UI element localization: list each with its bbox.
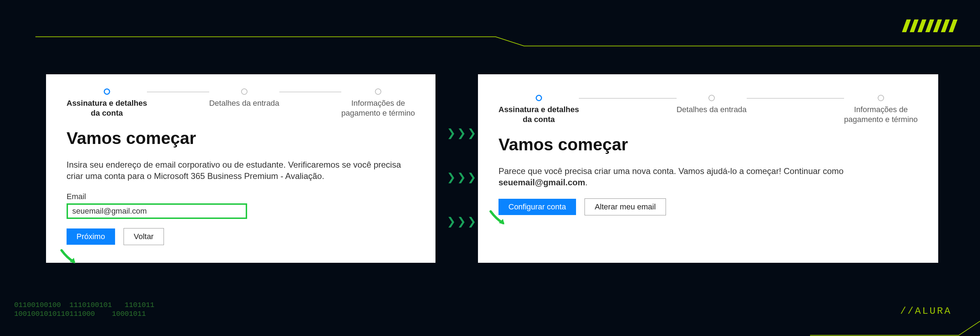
- hash-marks-decor: [904, 19, 955, 32]
- instruction-text: Parece que você precisa criar uma nova c…: [498, 165, 918, 189]
- instruction-text: Insira seu endereço de email corporativo…: [67, 159, 415, 182]
- step-assinatura: Assinatura e detalhes da conta: [498, 95, 579, 124]
- configurar-conta-button[interactable]: Configurar conta: [498, 199, 576, 215]
- step-pagamento: Informações de pagamento e término: [844, 95, 918, 124]
- page-heading: Vamos começar: [67, 128, 415, 148]
- brand-mark: //ALURA: [900, 306, 952, 317]
- voltar-button[interactable]: Voltar: [124, 228, 164, 245]
- progress-stepper: Assinatura e detalhes da conta Detalhes …: [67, 89, 415, 118]
- page-heading: Vamos começar: [498, 135, 918, 154]
- email-label: Email: [67, 192, 415, 201]
- signup-card-step1: Assinatura e detalhes da conta Detalhes …: [46, 74, 436, 263]
- email-input[interactable]: [67, 203, 247, 219]
- step-assinatura: Assinatura e detalhes da conta: [67, 89, 147, 118]
- alterar-email-button[interactable]: Alterar meu email: [584, 198, 666, 216]
- signup-card-step1b: Assinatura e detalhes da conta Detalhes …: [478, 74, 938, 263]
- step-pagamento: Informações de pagamento e término: [341, 89, 415, 118]
- step-detalhes-entrada: Detalhes da entrada: [209, 89, 279, 108]
- top-rule-decor: [35, 35, 980, 49]
- annotation-arrow-icon: [60, 247, 81, 268]
- binary-decor-text: 01100100100 1110100101 1101011 100100101…: [14, 301, 154, 318]
- proximo-button[interactable]: Próximo: [67, 228, 115, 245]
- progress-stepper: Assinatura e detalhes da conta Detalhes …: [498, 95, 918, 124]
- corner-rule-decor: [810, 315, 980, 336]
- step-detalhes-entrada: Detalhes da entrada: [676, 95, 747, 114]
